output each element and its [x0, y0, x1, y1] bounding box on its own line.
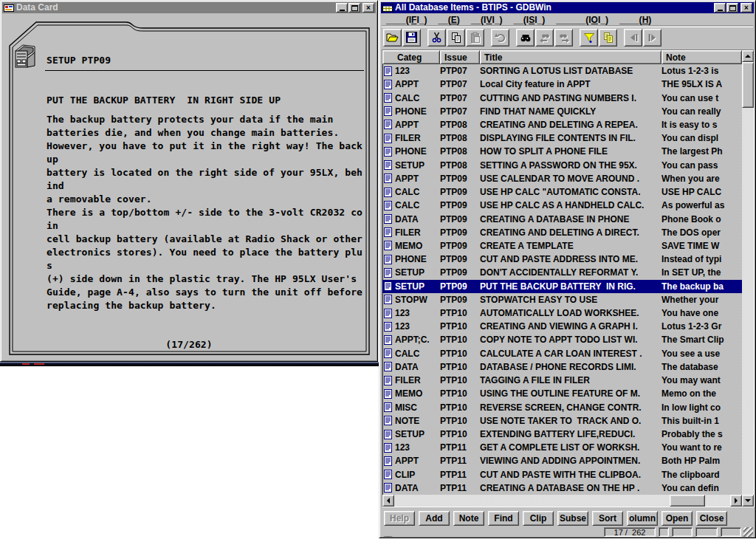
scroll-down-button[interactable]: [742, 495, 754, 507]
find-previous-button[interactable]: [535, 29, 554, 47]
paste-button[interactable]: [466, 29, 484, 47]
table-row[interactable]: APPT PTP09 USE CALENDAR TO MOVE AROUND .…: [382, 172, 742, 185]
command-button[interactable]: Clip: [523, 511, 554, 526]
table-row[interactable]: PHONE PTP07 FIND THAT NAME QUICKLY You c…: [382, 105, 742, 118]
row-issue: PTP07: [440, 79, 480, 89]
filter-button[interactable]: [580, 29, 598, 47]
command-button[interactable]: Add: [419, 511, 450, 526]
menu-item[interactable]: __(IVI_): [471, 15, 503, 25]
undo-button[interactable]: [491, 29, 509, 47]
table-row[interactable]: STOPW PTP09 STOPWATCH EASY TO USE Whethe…: [382, 293, 742, 306]
menu-item[interactable]: ____(H): [619, 15, 651, 25]
table-row[interactable]: MEMO PTP10 USING THE OUTLINE FEATURE OF …: [382, 387, 742, 400]
command-button[interactable]: Note: [453, 511, 484, 526]
scroll-up-button[interactable]: [742, 50, 754, 62]
command-button[interactable]: Find: [488, 511, 519, 526]
menu-item[interactable]: __(ISI_): [513, 15, 545, 25]
find-button[interactable]: [516, 29, 535, 47]
table-row[interactable]: 123 PTP10 AUTOMATICALLY LOAD WORKSHEE. Y…: [382, 306, 742, 320]
table-row[interactable]: DATA PTP11 CREATING A DATABASE ON THE HP…: [382, 481, 742, 495]
table-row[interactable]: CALC PTP09 USE HP CALC AS A HANDHELD CAL…: [382, 199, 742, 212]
copy-to-clipboard-button[interactable]: [599, 29, 617, 47]
table-row[interactable]: DATA PTP10 DATABASE / PHONE RECORDS LIMI…: [382, 360, 742, 374]
command-button[interactable]: Subse: [557, 511, 588, 526]
table-row[interactable]: FILER PTP08 DISPLAYING FILE CONTENTS IN …: [382, 131, 742, 145]
column-header-note[interactable]: Note: [662, 50, 742, 64]
previous-record-button[interactable]: [624, 29, 642, 47]
horizontal-scrollbar[interactable]: [382, 495, 742, 507]
find-next-button[interactable]: [554, 29, 573, 47]
table-row[interactable]: SETUP PTP08 SETTING A PASSWORD ON THE 95…: [382, 159, 742, 172]
resize-grip[interactable]: [743, 527, 753, 537]
table-row[interactable]: CALC PTP07 CUTTING AND PASTING NUMBERS I…: [382, 91, 742, 104]
scroll-left-button[interactable]: [382, 495, 394, 507]
next-record-button[interactable]: [643, 29, 662, 47]
document-icon: [384, 376, 392, 385]
table-row[interactable]: FILER PTP10 TAGGING A FILE IN FILER You …: [382, 374, 742, 387]
gdbwin-titlebar[interactable]: All Database Items - BTIPS - GDBWin ×: [381, 2, 754, 13]
table-row[interactable]: SETUP PTP09 DON'T ACCIDENTALLY REFORMAT …: [382, 266, 742, 279]
menu-item[interactable]: ____(IFI_): [386, 15, 427, 25]
vertical-scroll-track[interactable]: [742, 62, 754, 495]
maximize-button[interactable]: [348, 3, 360, 13]
table-row[interactable]: SETUP PTP10 EXTENDING BATTERY LIFE,REDUC…: [382, 428, 742, 441]
row-issue: PTP08: [440, 133, 480, 143]
save-button[interactable]: [402, 29, 421, 47]
column-header-title[interactable]: Title: [480, 50, 662, 64]
table-row[interactable]: APPT PTP07 Local City feature in APPT TH…: [382, 78, 742, 91]
command-button[interactable]: Open: [662, 511, 693, 526]
table-row[interactable]: NOTE PTP10 USE NOTE TAKER TO TRACK AND O…: [382, 414, 742, 428]
minimize-button[interactable]: [336, 3, 348, 13]
scroll-right-button[interactable]: [730, 495, 742, 507]
table-row[interactable]: 123 PTP11 GET A COMPLETE LIST OF WORKSH.…: [382, 441, 742, 454]
document-icon: [384, 66, 392, 76]
cut-button[interactable]: [427, 29, 446, 47]
command-button[interactable]: Sort: [592, 511, 623, 526]
command-button[interactable]: Close: [696, 511, 727, 526]
command-button[interactable]: olumn: [627, 511, 658, 526]
table-row[interactable]: CALC PTP09 USE HP CALC "AUTOMATIC CONSTA…: [382, 185, 742, 199]
horizontal-scroll-track[interactable]: [394, 495, 730, 507]
row-categ: APPT: [395, 456, 419, 466]
table-row[interactable]: PHONE PTP08 HOW TO SPLIT A PHONE FILE Th…: [382, 145, 742, 158]
row-categ: DATA: [395, 362, 419, 372]
menu-item[interactable]: __(E): [438, 15, 459, 25]
card-body-line: There is a top/bottom +/- side to the 3-…: [47, 206, 362, 219]
vertical-scroll-thumb[interactable]: [742, 62, 754, 108]
table-row[interactable]: APPT;C. PTP10 COPY NOTE TO APPT TODO LIS…: [382, 333, 742, 346]
table-row[interactable]: MEMO PTP09 CREATE A TEMPLATE SAVE TIME W: [382, 239, 742, 253]
table-row[interactable]: PHONE PTP09 CUT AND PASTE ADDRESS INTO M…: [382, 253, 742, 266]
document-icon: [384, 227, 392, 237]
row-issue: PTP09: [440, 187, 480, 197]
horizontal-scroll-thumb[interactable]: [670, 495, 705, 507]
open-button[interactable]: [383, 29, 402, 47]
table-row[interactable]: DATA PTP09 CREATING A DATABASE IN PHONE …: [382, 212, 742, 225]
row-issue: PTP10: [440, 335, 480, 345]
table-row[interactable]: FILER PTP09 CREATING AND DELETING A DIRE…: [382, 226, 742, 239]
row-title: EXTENDING BATTERY LIFE,REDUCI.: [480, 429, 662, 439]
close-button[interactable]: ×: [362, 3, 374, 13]
table-row[interactable]: CLIP PTP11 CUT AND PASTE WITH THE CLIPBO…: [382, 468, 742, 481]
table-row[interactable]: 123 PTP10 CREATING AND VIEWING A GRAPH I…: [382, 320, 742, 333]
card-record-counter: (17/262): [2, 339, 376, 350]
row-title: USE NOTE TAKER TO TRACK AND O.: [480, 416, 662, 426]
column-header-issue[interactable]: Issue: [440, 50, 480, 64]
row-title: AUTOMATICALLY LOAD WORKSHEE.: [480, 308, 662, 318]
table-row[interactable]: MISC PTP10 REVERSE SCREEN, CHANGE CONTR.…: [382, 400, 742, 414]
menu-item[interactable]: ______(IOI_): [556, 15, 608, 25]
row-title: CUT AND PASTE WITH THE CLIPBOA.: [480, 470, 662, 480]
column-header-categ[interactable]: Categ: [382, 50, 440, 64]
close-button[interactable]: ×: [740, 3, 752, 13]
copy-button[interactable]: [447, 29, 465, 47]
table-row[interactable]: APPT PTP08 CREATING AND DELETING A REPEA…: [382, 118, 742, 131]
table-row[interactable]: CALC PTP10 CALCULATE A CAR LOAN INTEREST…: [382, 347, 742, 360]
command-button[interactable]: Help: [384, 511, 415, 526]
table-row[interactable]: 123 PTP07 SORTING A LOTUS LIST DATABASE …: [382, 64, 742, 78]
data-card-titlebar[interactable]: Data Card ×: [2, 2, 376, 13]
table-row[interactable]: SETUP PTP09 PUT THE BACKUP BATTERY IN RI…: [382, 280, 742, 293]
table-row[interactable]: APPT PTP11 VIEWING AND ADDING APPOINTMEN…: [382, 454, 742, 467]
minimize-button[interactable]: [714, 3, 726, 13]
maximize-button[interactable]: [726, 3, 738, 13]
row-note: You can defin: [662, 483, 742, 493]
vertical-scrollbar[interactable]: [742, 50, 754, 507]
